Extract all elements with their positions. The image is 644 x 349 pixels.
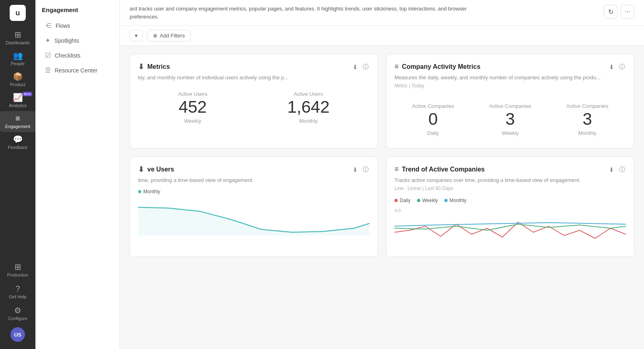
legend-monthly: Monthly [138,189,160,194]
legend-monthly-companies-dot [444,199,448,202]
metric-monthly-companies-value: 3 [566,111,609,128]
add-filters-label: Add Filters [160,33,185,39]
metric-weekly-users: Active Users 452 Weekly [178,91,207,124]
card-user-activity-actions: ⬇ ⓘ [352,62,369,72]
nav-item-get-help[interactable]: ? Get Help [0,281,35,302]
spotlights-icon: ✦ [45,37,50,44]
legend-daily-label: Daily [400,198,411,203]
card-active-users-trend-actions: ⬇ ⓘ [352,165,369,174]
secondary-nav-flows[interactable]: ⋲ Flows [39,18,116,33]
secondary-nav-checklists[interactable]: ☑ Checklists [39,48,116,63]
card-active-companies-trend-desc: Tracks active companies over time, provi… [394,177,626,184]
nav-item-production[interactable]: ⊞ Production [0,260,35,281]
more-button[interactable]: ··· [621,5,634,19]
card-company-activity-download[interactable]: ⬇ [608,62,615,72]
card-company-activity-meta: Metric | Today [394,83,626,89]
main-header: ard tracks user and company engagement m… [120,0,644,26]
nav-item-product[interactable]: 📦 Product [0,69,35,90]
secondary-nav-spotlights[interactable]: ✦ Spotlights [39,33,116,48]
nav-label-production: Production [7,273,29,277]
card-user-activity-title: ⬇ Metrics [138,62,170,71]
chart-legend-active-users: Monthly [138,189,369,194]
nav-label-feedback: Feedback [8,145,27,150]
refresh-button[interactable]: ↻ [604,5,617,19]
configure-icon: ⚙ [14,306,21,314]
nav-label-analytics: Analytics [9,103,27,108]
card-company-activity-actions: ⬇ ⓘ [608,62,626,72]
feedback-icon: 💬 [13,135,23,143]
card-active-users-trend-icon: ⬇ [138,165,144,174]
secondary-nav: Engagement ⋲ Flows ✦ Spotlights ☑ Checkl… [35,0,120,349]
nav-label-get-help: Get Help [9,294,26,299]
card-active-companies-trend-icon: ≡ [394,165,399,173]
secondary-nav-resource-center[interactable]: ☰ Resource Center [39,63,116,78]
card-user-activity: ⬇ Metrics ⬇ ⓘ kly, and monthly number of… [130,54,378,149]
card-company-activity-info[interactable]: ⓘ [618,62,626,72]
legend-weekly-companies-dot [417,199,420,202]
metrics-row-company-activity: Active Companies 0 Daily Active Companie… [394,95,626,140]
beta-badge: Beta [23,92,32,96]
metric-daily-companies: Active Companies 0 Daily [412,103,454,136]
card-user-activity-download[interactable]: ⬇ [352,62,359,72]
card-user-activity-desc: kly, and monthly number of individual us… [138,74,369,81]
metric-daily-companies-period: Daily [412,130,454,136]
get-help-icon: ? [15,285,20,293]
nav-item-engagement[interactable]: ≡ Engagement [0,111,35,132]
metric-monthly-users-label: Active Users [287,91,330,97]
app-logo[interactable]: u [10,5,26,21]
card-user-activity-info[interactable]: ⓘ [362,62,369,72]
metric-daily-companies-value: 0 [412,111,454,128]
filter-dropdown-arrow: ▾ [135,33,138,39]
card-active-companies-trend-download[interactable]: ⬇ [608,165,615,174]
card-company-activity: ≡ Company Activity Metrics ⬇ ⓘ Measures … [386,54,634,149]
card-active-companies-trend-info[interactable]: ⓘ [618,165,626,174]
metric-monthly-users-period: Monthly [287,118,330,124]
resource-center-icon: ☰ [45,66,51,74]
card-company-activity-title: ≡ Company Activity Metrics [394,62,481,71]
left-nav: u ⊞ Dashboards 👥 People 📦 Product Beta 📈… [0,0,35,349]
chart-active-users-trend [138,199,369,240]
card-company-activity-desc: Measures the daily, weekly, and monthly … [394,74,626,81]
people-icon: 👥 [13,52,23,60]
card-active-users-trend-title: ⬇ ve Users [138,165,174,174]
nav-label-configure: Configure [8,316,27,321]
dashboard-grid: ⬇ Metrics ⬇ ⓘ kly, and monthly number of… [120,46,644,265]
nav-item-people[interactable]: 👥 People [0,48,35,69]
legend-monthly-label: Monthly [143,189,160,194]
nav-label-dashboards: Dashboards [6,40,29,45]
user-avatar[interactable]: US [10,327,25,342]
metric-monthly-companies-period: Monthly [566,130,609,136]
legend-weekly-label: Weekly [422,198,438,203]
card-active-users-trend-info[interactable]: ⓘ [362,165,369,174]
card-user-activity-header: ⬇ Metrics ⬇ ⓘ [138,62,369,72]
nav-item-dashboards[interactable]: ⊞ Dashboards [0,27,35,48]
add-filters-button[interactable]: ⊕ Add Filters [147,30,191,41]
nav-item-analytics[interactable]: Beta 📈 Analytics [0,90,35,111]
nav-label-people: People [11,61,25,66]
metrics-row-user-activity: Active Users 452 Weekly Active Users 1,6… [138,83,369,128]
metric-weekly-companies-value: 3 [489,111,531,128]
nav-item-feedback[interactable]: 💬 Feedback [0,132,35,153]
card-active-companies-trend-actions: ⬇ ⓘ [608,165,626,174]
card-active-users-trend-header: ⬇ ve Users ⬇ ⓘ [138,165,369,174]
metric-weekly-users-period: Weekly [178,118,207,124]
legend-daily-companies-dot [394,199,398,202]
analytics-icon: 📈 [13,93,23,101]
card-active-companies-trend-meta: Line · Linear | Last 90 Days [394,186,626,191]
nav-item-configure[interactable]: ⚙ Configure [0,303,35,324]
metric-monthly-users: Active Users 1,642 Monthly [287,91,330,124]
card-active-users-trend-desc: time, providing a time-based view of eng… [138,177,369,184]
metric-daily-companies-label: Active Companies [412,103,454,109]
filter-dropdown[interactable]: ▾ [130,30,143,41]
chart-active-companies-trend: 4.0 [394,208,626,248]
nav-label-product: Product [10,82,25,87]
card-active-companies-trend-title: ≡ Trend of Active Companies [394,165,485,173]
metric-monthly-companies-label: Active Companies [566,103,609,109]
header-desc: ard tracks user and company engagement m… [130,5,492,21]
legend-monthly-companies: Monthly [444,198,466,203]
legend-daily-companies: Daily [394,198,411,203]
metric-monthly-users-value: 1,642 [287,99,330,116]
chart-svg-active-users [138,199,369,235]
card-active-users-trend-download[interactable]: ⬇ [352,165,359,174]
checklists-icon: ☑ [45,52,51,59]
